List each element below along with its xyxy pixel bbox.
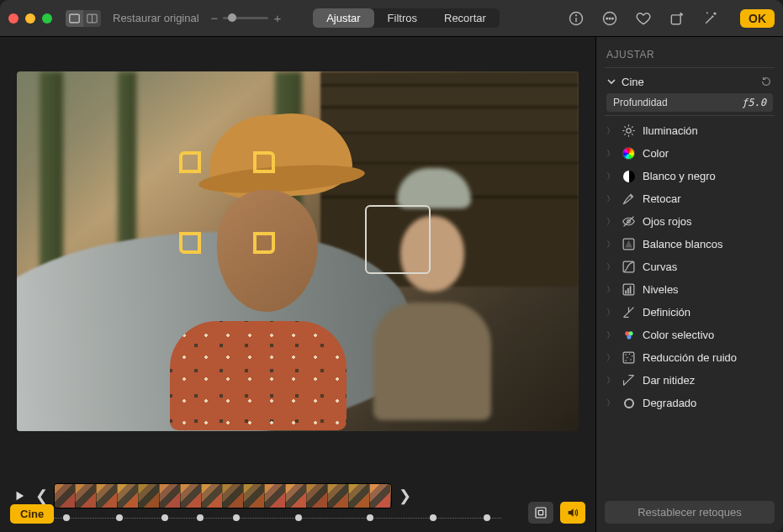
maximize-window-button[interactable] (42, 13, 52, 24)
adjustment-curves[interactable]: 〉Curvas (605, 255, 775, 278)
redeye-icon (622, 214, 636, 229)
filmstrip-thumb[interactable] (265, 484, 286, 508)
svg-point-9 (612, 18, 614, 19)
adjustment-color[interactable]: 〉Color (605, 142, 775, 165)
focus-keyframe-dot[interactable] (161, 514, 168, 521)
adjustment-noise[interactable]: 〉Reducción de ruido (605, 346, 775, 369)
adjustment-vignette[interactable]: 〉Degradado (605, 392, 775, 414)
filmstrip-thumb[interactable] (370, 484, 391, 508)
adjust-sidebar: AJUSTAR Cine Profundidad ƒ5.0 〉Iluminaci… (595, 37, 783, 532)
adjustment-retouch[interactable]: 〉Retocar (605, 187, 775, 210)
adjustment-wb[interactable]: 〉Balance blancos (605, 233, 775, 255)
focus-keyframe-dot[interactable] (295, 514, 302, 521)
svg-rect-33 (623, 352, 634, 363)
more-icon[interactable] (600, 9, 619, 28)
chevron-right-icon: 〉 (606, 284, 615, 296)
depth-row[interactable]: Profundidad ƒ5.0 (606, 93, 773, 112)
adjustment-selcolor[interactable]: 〉Color selectivo (605, 324, 775, 346)
chevron-down-icon[interactable] (606, 76, 616, 87)
curves-icon (622, 260, 636, 274)
svg-point-13 (627, 129, 631, 133)
adjustment-label: Degradado (643, 397, 773, 409)
adjustment-sharpen[interactable]: 〉Dar nitidez (605, 369, 775, 392)
media-viewer[interactable] (0, 37, 595, 458)
adjustment-levels[interactable]: 〉Niveles (605, 278, 775, 301)
play-button[interactable] (10, 487, 29, 505)
zoom-out-button[interactable]: − (211, 11, 219, 25)
focus-keyframe-dot[interactable] (484, 514, 490, 521)
reset-adjustments-button[interactable]: Restablecer retoques (605, 501, 775, 524)
filmstrip-thumb[interactable] (244, 484, 265, 508)
light-icon (622, 124, 636, 138)
trim-end-handle[interactable]: ❯ (399, 484, 410, 508)
chevron-right-icon: 〉 (606, 398, 615, 409)
filmstrip-thumb[interactable] (55, 484, 76, 508)
focus-keyframe-track[interactable] (54, 514, 501, 524)
view-mode-toggle (66, 10, 101, 27)
filmstrip-thumb[interactable] (76, 484, 97, 508)
rotate-icon[interactable] (668, 9, 686, 28)
adjustment-label: Definición (643, 306, 773, 319)
svg-rect-27 (625, 290, 627, 293)
retouch-icon (622, 192, 636, 206)
close-window-button[interactable] (8, 13, 19, 24)
svg-point-34 (625, 354, 627, 356)
cinematic-reset-icon[interactable] (759, 75, 773, 88)
adjustment-label: Balance blancos (643, 238, 773, 250)
zoom-in-button[interactable]: + (273, 11, 281, 25)
focus-lock-button[interactable] (528, 502, 553, 524)
adjustment-bw[interactable]: 〉Blanco y negro (605, 165, 775, 187)
svg-point-37 (627, 357, 628, 359)
filmstrip-thumb[interactable] (139, 484, 160, 508)
adjustments-list: 〉Iluminación〉Color〉Blanco y negro〉Retoca… (605, 116, 775, 501)
selcolor-icon (622, 328, 636, 342)
chevron-right-icon: 〉 (606, 125, 615, 137)
filmstrip-thumb[interactable] (97, 484, 118, 508)
adjustment-label: Reducción de ruido (643, 351, 773, 364)
filmstrip[interactable] (54, 483, 392, 508)
adjustment-label: Iluminación (643, 124, 773, 137)
tab-adjust[interactable]: Ajustar (313, 8, 373, 28)
adjustment-light[interactable]: 〉Iluminación (605, 119, 775, 142)
filmstrip-thumb[interactable] (118, 484, 139, 508)
auto-enhance-icon[interactable] (701, 9, 720, 28)
toolbar-actions: OK (567, 9, 775, 28)
audio-button[interactable] (560, 502, 585, 524)
filmstrip-thumb[interactable] (223, 484, 244, 508)
focus-keyframe-dot[interactable] (116, 514, 123, 521)
noise-icon (622, 350, 636, 365)
adjustment-redeye[interactable]: 〉Ojos rojos (605, 210, 775, 233)
tab-filters[interactable]: Filtros (374, 8, 431, 28)
filmstrip-thumb[interactable] (160, 484, 181, 508)
svg-rect-12 (538, 510, 542, 514)
filmstrip-thumb[interactable] (349, 484, 370, 508)
focus-keyframe-dot[interactable] (367, 514, 373, 521)
done-button[interactable]: OK (740, 9, 775, 28)
revert-original-button[interactable]: Restaurar original (108, 10, 204, 26)
tab-crop[interactable]: Recortar (431, 8, 500, 28)
chevron-right-icon: 〉 (606, 307, 615, 319)
single-view-button[interactable] (66, 10, 83, 27)
chevron-right-icon: 〉 (606, 239, 615, 250)
focus-keyframe-dot[interactable] (430, 514, 436, 521)
filmstrip-thumb[interactable] (181, 484, 202, 508)
filmstrip-thumb[interactable] (202, 484, 223, 508)
svg-point-36 (632, 356, 633, 357)
minimize-window-button[interactable] (25, 13, 35, 24)
svg-rect-0 (70, 14, 79, 23)
zoom-control: − + (211, 11, 282, 25)
cinematic-mode-button[interactable]: Cine (10, 504, 54, 524)
adjustment-definition[interactable]: 〉Definición (605, 301, 775, 324)
focus-keyframe-dot[interactable] (197, 514, 204, 521)
focus-keyframe-dot[interactable] (233, 514, 240, 521)
filmstrip-thumb[interactable] (328, 484, 349, 508)
filmstrip-thumb[interactable] (286, 484, 307, 508)
zoom-slider[interactable] (223, 17, 268, 19)
info-icon[interactable] (567, 9, 585, 28)
focus-keyframe-dot[interactable] (63, 514, 70, 521)
compare-view-button[interactable] (83, 10, 101, 27)
filmstrip-thumb[interactable] (307, 484, 328, 508)
levels-icon (622, 282, 636, 297)
chevron-right-icon: 〉 (606, 261, 615, 273)
favorite-icon[interactable] (634, 9, 653, 28)
